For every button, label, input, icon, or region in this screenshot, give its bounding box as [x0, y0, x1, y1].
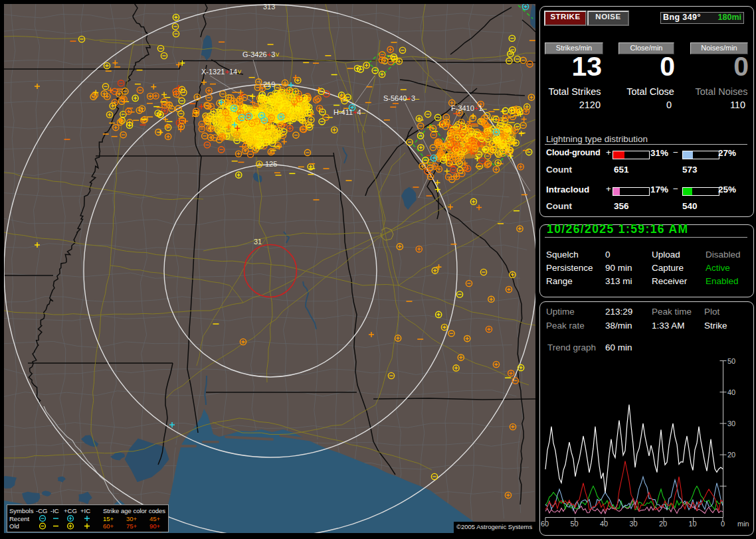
- svg-text:90+: 90+: [149, 522, 161, 530]
- svg-text:-CG: -CG: [36, 507, 47, 514]
- svg-text:©2005 Astrogenic Systems: ©2005 Astrogenic Systems: [456, 523, 532, 530]
- svg-text:125: 125: [265, 160, 277, 168]
- svg-text:313: 313: [263, 4, 275, 11]
- svg-text:+CG: +CG: [64, 507, 77, 514]
- svg-text:Old: Old: [9, 522, 19, 530]
- svg-text:31: 31: [254, 238, 262, 246]
- svg-text:F-3410+1–: F-3410+1–: [451, 104, 487, 112]
- svg-text:30+: 30+: [126, 515, 138, 522]
- svg-text:60+: 60+: [103, 522, 114, 530]
- svg-text:S-5640+3–: S-5640+3–: [383, 94, 420, 102]
- svg-text:+IC: +IC: [80, 507, 90, 514]
- svg-text:Symbols: Symbols: [9, 507, 34, 514]
- svg-text:-IC: -IC: [50, 507, 59, 514]
- svg-text:75+: 75+: [126, 522, 138, 530]
- svg-text:Recent: Recent: [9, 515, 29, 522]
- svg-text:20: 20: [659, 520, 667, 528]
- svg-text:45+: 45+: [149, 515, 161, 522]
- svg-text:60: 60: [541, 520, 549, 528]
- svg-text:219: 219: [263, 80, 275, 88]
- svg-text:50: 50: [571, 520, 579, 528]
- svg-text:H-411+4–: H-411+4–: [333, 108, 366, 116]
- svg-text:15+: 15+: [103, 515, 114, 522]
- svg-text:min: min: [737, 520, 749, 528]
- svg-text:20: 20: [727, 451, 735, 459]
- svg-text:X-1321+14˅: X-1321+14˅: [201, 68, 242, 76]
- svg-text:Strike age color codes: Strike age color codes: [103, 507, 165, 514]
- svg-text:10: 10: [689, 520, 697, 528]
- svg-text:G-3426+3˅: G-3426+3˅: [242, 50, 280, 58]
- svg-text:30: 30: [727, 420, 735, 427]
- svg-text:40: 40: [727, 388, 735, 396]
- svg-text:30: 30: [630, 520, 638, 528]
- svg-text:0: 0: [721, 520, 725, 528]
- svg-text:50: 50: [727, 357, 735, 365]
- svg-text:40: 40: [600, 520, 608, 528]
